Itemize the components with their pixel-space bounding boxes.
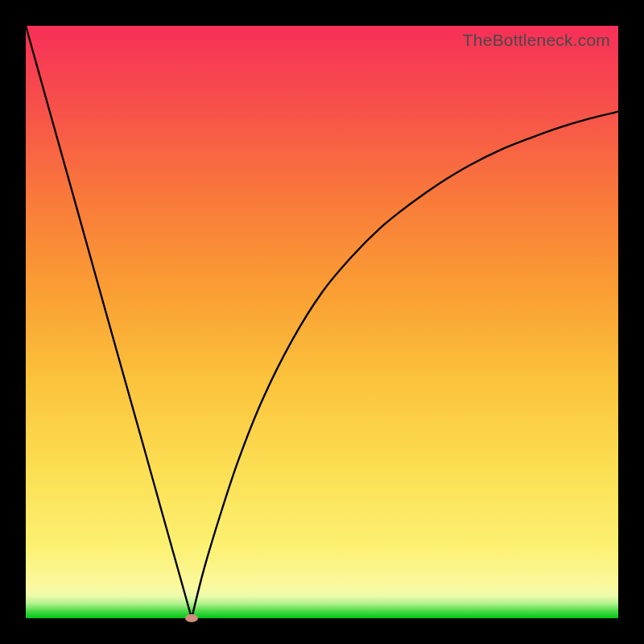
chart-frame: TheBottleneck.com	[0, 0, 644, 644]
minimum-marker	[185, 614, 198, 622]
plot-area: TheBottleneck.com	[26, 26, 618, 618]
bottleneck-curve	[26, 26, 618, 618]
